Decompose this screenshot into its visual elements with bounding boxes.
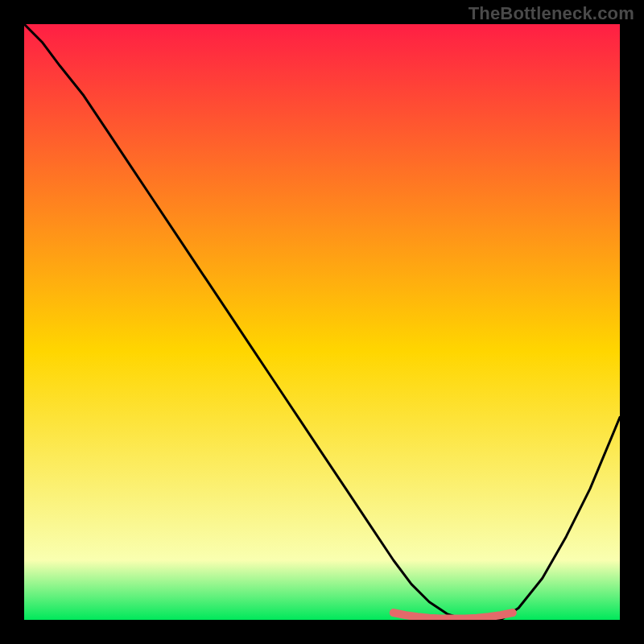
chart-container: TheBottleneck.com	[0, 0, 644, 644]
plot-area	[24, 24, 620, 620]
gradient-background	[24, 24, 620, 620]
chart-svg	[24, 24, 620, 620]
watermark-text: TheBottleneck.com	[469, 3, 634, 24]
